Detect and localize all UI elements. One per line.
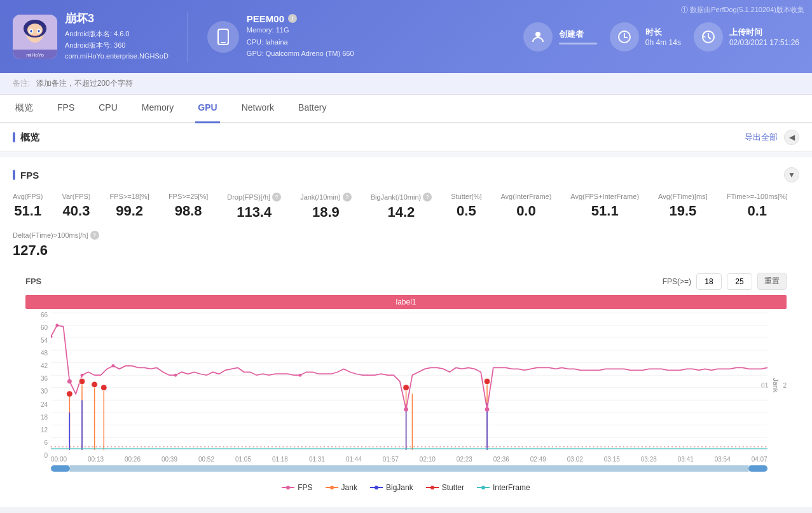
chart-scrollbar-fill[interactable] — [70, 465, 748, 472]
fps-collapse-button[interactable]: ▼ — [784, 167, 799, 182]
fps-threshold: FPS(>=) 重置 — [663, 273, 787, 290]
svg-point-55 — [484, 378, 490, 385]
svg-point-65 — [481, 486, 485, 489]
tab-overview[interactable]: 概览 — [13, 95, 36, 123]
metric-stutter-label: Stutter[%] — [451, 193, 481, 200]
device-name: PEEM00 i — [247, 13, 354, 24]
chart-legend: FPS Jank BigJank Stutter — [13, 478, 799, 497]
chart-scrollbar-container — [51, 465, 767, 472]
svg-point-63 — [430, 486, 434, 489]
legend-fps-label: FPS — [298, 483, 312, 492]
y-axis-left: 66 60 54 48 42 36 30 24 18 12 6 0 — [25, 311, 51, 472]
metric-avg-interframe-value: 0.0 — [500, 203, 551, 219]
upload-stat: 上传时间 02/03/2021 17:51:26 — [694, 22, 799, 51]
legend-fps: FPS — [282, 483, 312, 492]
tab-battery[interactable]: Battery — [296, 95, 329, 123]
upload-text: 上传时间 02/03/2021 17:51:26 — [729, 27, 799, 47]
legend-interframe: InterFrame — [477, 483, 530, 492]
x-axis: 00:00 00:13 00:26 00:39 00:52 01:05 01:1… — [51, 453, 767, 463]
metrics-grid: Avg(FPS) 51.1 Var(FPS) 40.3 FPS>=18[%] 9… — [13, 193, 799, 221]
svg-point-50 — [67, 391, 73, 397]
metric-avg-fps-interframe-value: 51.1 — [570, 203, 639, 219]
fps-chart-container: FPS FPS(>=) 重置 label1 66 60 54 48 42 — [13, 266, 799, 478]
perfdog-notice: ① 数据由PerfDog(5.1.210204)版本收集 — [681, 5, 804, 15]
tab-memory[interactable]: Memory — [139, 95, 177, 123]
metric-avg-fps-interframe-label: Avg(FPS+InterFrame) — [570, 193, 639, 200]
creator-icon — [523, 22, 553, 51]
tab-network[interactable]: Network — [239, 95, 277, 123]
overview-section-header: 概览 导出全部 ◀ — [0, 123, 812, 152]
metric-jank: Jank(/10min) ? 18.9 — [300, 193, 352, 221]
export-button[interactable]: 导出全部 — [745, 132, 778, 143]
metric-fps-25-label: FPS>=25[%] — [169, 193, 208, 200]
header-divider — [188, 11, 188, 62]
app-details: 崩坏3 Android版本名: 4.6.0 Android版本号: 360 co… — [65, 11, 169, 62]
drop-fps-help-icon[interactable]: ? — [272, 193, 281, 202]
chart-scrollbar-track[interactable] — [51, 465, 767, 472]
draw-button[interactable]: 重置 — [757, 273, 787, 290]
svg-point-6 — [31, 30, 32, 32]
tab-cpu[interactable]: CPU — [96, 95, 120, 123]
metric-avg-fps-value: 51.1 — [13, 203, 43, 219]
svg-point-45 — [112, 364, 115, 367]
tab-gpu[interactable]: GPU — [195, 95, 219, 123]
fps-chart-svg — [51, 311, 767, 451]
svg-point-43 — [67, 380, 72, 384]
metric-fps-18: FPS>=18[%] 99.2 — [110, 193, 149, 221]
svg-point-49 — [485, 407, 490, 412]
fps-section: FPS ▼ Avg(FPS) 51.1 Var(FPS) 40.3 FPS>=1… — [0, 157, 812, 507]
svg-point-59 — [330, 486, 334, 489]
legend-bigjank: BigJank — [370, 483, 413, 492]
metric-ftime-100-value: 0.1 — [727, 203, 788, 219]
metric-drop-fps: Drop(FPS)[/h] ? 113.4 — [227, 193, 281, 221]
tab-fps[interactable]: FPS — [55, 95, 77, 123]
metric-jank-label: Jank(/10min) ? — [300, 193, 352, 202]
metric-drop-fps-label: Drop(FPS)[/h] ? — [227, 193, 281, 202]
legend-stutter: Stutter — [426, 483, 464, 492]
legend-stutter-label: Stutter — [442, 483, 464, 492]
metric-avg-fps-interframe: Avg(FPS+InterFrame) 51.1 — [570, 193, 639, 221]
bigjank-help-icon[interactable]: ? — [423, 193, 432, 202]
svg-point-12 — [535, 32, 540, 37]
chart-top-bar: FPS FPS(>=) 重置 — [25, 273, 787, 290]
svg-point-54 — [403, 385, 409, 391]
metric-bigjank-label: BigJank(/10min) ? — [371, 193, 432, 202]
svg-point-46 — [174, 374, 177, 377]
chart-scrollbar-right-handle[interactable] — [748, 465, 767, 472]
app-icon: miHoYo — [13, 15, 57, 59]
device-help-icon[interactable]: i — [288, 14, 297, 23]
metric-bigjank: BigJank(/10min) ? 14.2 — [371, 193, 432, 221]
device-section: PEEM00 i Memory: 11G CPU: lahaina GPU: Q… — [207, 13, 354, 60]
delta-help-icon[interactable]: ? — [90, 231, 99, 240]
overview-collapse-button[interactable]: ◀ — [784, 130, 799, 145]
delta-label: Delta(FTime)>100ms[/h] ? — [13, 231, 799, 240]
fps-section-header: FPS ▼ — [13, 167, 799, 182]
upload-icon — [694, 22, 723, 51]
annotation-input[interactable] — [36, 79, 227, 88]
legend-jank: Jank — [326, 483, 357, 492]
fps-threshold-input-25[interactable] — [727, 273, 752, 290]
fps-threshold-input-18[interactable] — [696, 273, 722, 290]
metric-var-fps-label: Var(FPS) — [62, 193, 90, 200]
svg-point-47 — [299, 374, 302, 377]
svg-point-48 — [404, 407, 408, 412]
header: ① 数据由PerfDog(5.1.210204)版本收集 miHoYo — [0, 0, 812, 73]
svg-point-57 — [286, 486, 290, 489]
metric-stutter-value: 0.5 — [451, 203, 481, 219]
chart-outer: 66 60 54 48 42 36 30 24 18 12 6 0 — [25, 311, 787, 472]
jank-help-icon[interactable]: ? — [343, 193, 352, 202]
chart-scrollbar-left-handle[interactable] — [51, 465, 70, 472]
svg-point-42 — [55, 324, 58, 327]
metric-drop-fps-value: 113.4 — [227, 204, 281, 221]
chart-fps-label: FPS — [25, 277, 41, 286]
metric-ftime-100-label: FTime>=-100ms[%] — [727, 193, 788, 200]
creator-stat: 创建者 — [523, 22, 597, 51]
metric-avg-ftime-label: Avg(FTime)[ms] — [658, 193, 708, 200]
stats-row: 创建者 时长 0h 4m 14s — [367, 22, 799, 51]
metric-stutter: Stutter[%] 0.5 — [451, 193, 481, 221]
delta-value: 127.6 — [13, 242, 799, 259]
metric-fps-18-value: 99.2 — [110, 203, 149, 219]
svg-text:miHoYo: miHoYo — [26, 52, 44, 58]
metric-fps-25-value: 98.8 — [169, 203, 208, 219]
legend-jank-label: Jank — [341, 483, 357, 492]
